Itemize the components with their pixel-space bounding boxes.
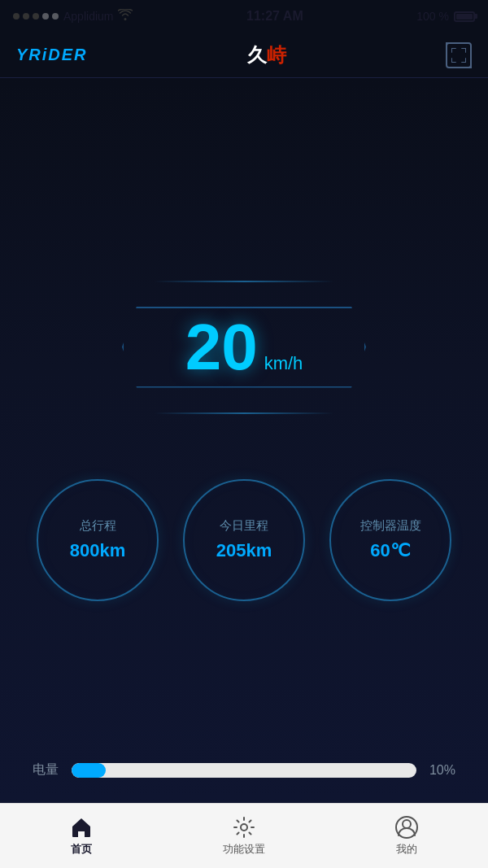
status-bar-left: Applidium [13,9,133,24]
battery-bar [72,763,416,778]
speed-unit: km/h [264,353,303,374]
speed-display: 20 km/h [185,315,303,380]
nav-home-label: 首页 [71,842,92,857]
home-icon [70,816,93,839]
stat-temperature-value: 60℃ [370,540,410,561]
scan-button[interactable] [446,42,472,68]
stat-total-distance-label: 总行程 [80,518,116,534]
stat-total-distance: 总行程 800km [37,479,159,601]
header: YRiDER 久峙 [0,33,488,78]
bottom-nav: 首页 功能设置 我的 [0,803,488,868]
nav-profile[interactable]: 我的 [374,816,439,857]
svg-point-0 [241,824,247,831]
title-part2: 峙 [267,44,286,66]
stat-today-distance-value: 205km [216,540,272,561]
signal-dots [13,13,59,20]
wifi-icon [118,9,133,24]
title-part1: 久 [247,44,267,66]
nav-settings[interactable]: 功能设置 [211,816,277,857]
nav-home[interactable]: 首页 [49,816,114,857]
app-logo: YRiDER [16,46,88,64]
battery-icon [454,11,475,22]
svg-point-1 [403,820,411,828]
header-title: 久峙 [247,42,286,68]
speed-top-line [155,281,333,282]
stat-temperature-label: 控制器温度 [360,518,421,534]
battery-percentage: 100 % [416,10,449,23]
profile-icon [395,816,418,839]
stat-total-distance-value: 800km [70,540,126,561]
stat-today-distance-label: 今日里程 [220,518,268,534]
speed-bottom-line [155,412,333,414]
nav-profile-label: 我的 [396,842,417,857]
battery-percent-label: 10% [429,763,455,778]
battery-bar-fill [72,763,106,778]
stat-today-distance: 今日里程 205km [183,479,305,601]
nav-settings-label: 功能设置 [223,842,265,857]
speedometer: 20 km/h [114,281,374,414]
status-bar-right: 100 % [416,10,475,23]
carrier-name: Applidium [63,10,113,23]
battery-section: 电量 10% [0,761,488,779]
battery-label: 电量 [33,761,59,779]
status-time: 11:27 AM [246,9,303,24]
scan-icon [451,48,466,63]
status-bar: Applidium 11:27 AM 100 % [0,0,488,33]
stats-row: 总行程 800km 今日里程 205km 控制器温度 60℃ [37,479,451,601]
main-content: 20 km/h 总行程 800km 今日里程 205km 控制器温度 60℃ 电… [0,78,488,803]
speed-gauge: 20 km/h [114,299,374,396]
settings-icon [233,816,255,839]
stat-temperature: 控制器温度 60℃ [329,479,451,601]
speed-value: 20 [185,315,258,380]
